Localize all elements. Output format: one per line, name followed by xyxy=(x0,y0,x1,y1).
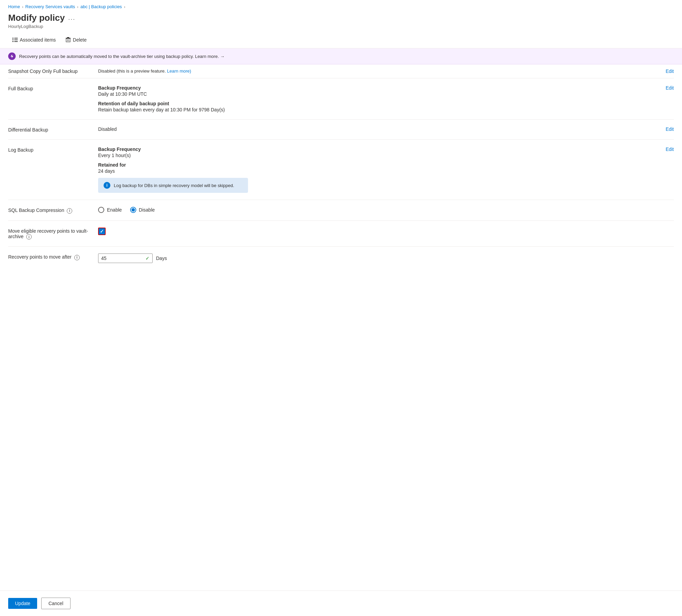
differential-backup-row: Differential Backup Disabled Edit xyxy=(8,120,674,140)
snapshot-edit-cell: Edit xyxy=(653,68,674,74)
differential-value: Disabled xyxy=(98,126,645,132)
more-options-icon[interactable]: ... xyxy=(68,14,75,21)
breadcrumb-policies[interactable]: abc | Backup policies xyxy=(80,4,122,9)
snapshot-label: Snapshot Copy Only Full backup xyxy=(8,68,90,74)
lightning-icon xyxy=(10,54,14,59)
disable-radio-outer xyxy=(130,207,136,213)
info-banner: Recovery points can be automatically mov… xyxy=(0,48,682,64)
delete-button[interactable]: Delete xyxy=(61,35,91,45)
recovery-points-label: Recovery points to move after i xyxy=(8,253,90,260)
snapshot-edit-link[interactable]: Edit xyxy=(666,68,674,74)
log-retained-heading: Retained for xyxy=(98,162,645,168)
log-info-text: Log backup for DBs in simple recovery mo… xyxy=(114,183,234,188)
full-backup-row: Full Backup Backup Frequency Daily at 10… xyxy=(8,78,674,120)
page-title: Modify policy xyxy=(8,13,65,23)
toolbar: Associated items Delete xyxy=(0,32,682,48)
snapshot-learn-more[interactable]: Learn more) xyxy=(167,68,191,74)
cancel-button[interactable]: Cancel xyxy=(41,598,71,609)
full-backup-label: Full Backup xyxy=(8,85,90,91)
breadcrumb: Home › Recovery Services vaults › abc | … xyxy=(0,0,682,11)
delete-label: Delete xyxy=(73,37,87,43)
snapshot-row: Snapshot Copy Only Full backup Disabled … xyxy=(8,64,674,78)
sql-compression-label: SQL Backup Compression i xyxy=(8,207,90,214)
svg-rect-6 xyxy=(67,37,69,38)
dropdown-check-icon: ✓ xyxy=(145,256,150,261)
vault-archive-label: Move eligible recovery points to vault-a… xyxy=(8,228,90,240)
recovery-points-unit: Days xyxy=(156,256,167,261)
log-freq-value: Every 1 hour(s) xyxy=(98,153,645,158)
log-edit-cell: Edit xyxy=(653,147,674,152)
banner-text: Recovery points can be automatically mov… xyxy=(19,54,224,59)
recovery-points-row: Recovery points to move after i 45 ✓ Day… xyxy=(8,247,674,270)
svg-marker-11 xyxy=(11,54,13,58)
vault-archive-row: Move eligible recovery points to vault-a… xyxy=(8,221,674,247)
vault-archive-details: ✓ xyxy=(98,228,674,235)
associated-items-icon xyxy=(12,37,18,43)
vault-archive-info-icon[interactable]: i xyxy=(26,234,32,240)
delete-icon xyxy=(65,37,71,43)
sql-compression-info-icon[interactable]: i xyxy=(67,208,72,214)
vault-archive-checkbox[interactable]: ✓ xyxy=(98,228,106,235)
svg-rect-2 xyxy=(12,41,18,42)
log-freq-heading: Backup Frequency xyxy=(98,147,645,152)
log-retained-value: 24 days xyxy=(98,168,645,174)
svg-rect-3 xyxy=(14,38,14,38)
checkbox-check-icon: ✓ xyxy=(100,229,104,234)
enable-radio[interactable]: Enable xyxy=(98,207,122,213)
log-backup-details: Backup Frequency Every 1 hour(s) Retaine… xyxy=(98,147,645,193)
banner-icon xyxy=(8,52,16,60)
recovery-points-details: 45 ✓ Days xyxy=(98,253,674,263)
page-subtitle: HourlyLogBackup xyxy=(8,24,674,29)
full-backup-retention-value: Retain backup taken every day at 10:30 P… xyxy=(98,107,645,112)
page-header: Modify policy ... HourlyLogBackup xyxy=(0,11,682,32)
full-backup-freq-heading: Backup Frequency xyxy=(98,85,645,91)
recovery-points-dropdown[interactable]: 45 ✓ xyxy=(98,253,153,263)
svg-rect-8 xyxy=(66,38,70,42)
sql-compression-details: Enable Disable xyxy=(98,207,674,213)
disable-radio-label: Disable xyxy=(139,207,155,213)
enable-radio-label: Enable xyxy=(107,207,122,213)
full-backup-retention-heading: Retention of daily backup point xyxy=(98,101,645,106)
footer-bar: Update Cancel xyxy=(0,590,682,616)
sql-compression-row: SQL Backup Compression i Enable Disable xyxy=(8,200,674,221)
log-edit-link[interactable]: Edit xyxy=(666,147,674,152)
chevron-icon: › xyxy=(124,5,125,9)
chevron-icon: › xyxy=(22,5,24,9)
log-backup-row: Log Backup Backup Frequency Every 1 hour… xyxy=(8,140,674,200)
differential-details: Disabled xyxy=(98,126,645,132)
sql-compression-radio-group: Enable Disable xyxy=(98,207,674,213)
differential-edit-cell: Edit xyxy=(653,126,674,132)
differential-label: Differential Backup xyxy=(8,126,90,133)
full-backup-edit-link[interactable]: Edit xyxy=(666,85,674,91)
svg-rect-0 xyxy=(12,38,18,38)
breadcrumb-vaults[interactable]: Recovery Services vaults xyxy=(25,4,75,9)
chevron-icon: › xyxy=(77,5,78,9)
snapshot-value: Disabled (this is a preview feature. Lea… xyxy=(98,68,645,74)
svg-rect-5 xyxy=(14,41,14,42)
full-backup-details: Backup Frequency Daily at 10:30 PM UTC R… xyxy=(98,85,645,112)
vault-archive-checkbox-wrapper: ✓ xyxy=(98,228,674,235)
log-info-box: i Log backup for DBs in simple recovery … xyxy=(98,178,248,193)
associated-items-button[interactable]: Associated items xyxy=(8,35,60,45)
svg-rect-1 xyxy=(12,40,18,40)
info-circle-icon: i xyxy=(104,182,110,189)
full-backup-freq-value: Daily at 10:30 PM UTC xyxy=(98,91,645,97)
associated-items-label: Associated items xyxy=(20,37,56,43)
breadcrumb-home[interactable]: Home xyxy=(8,4,20,9)
recovery-points-value: 45 xyxy=(101,256,143,261)
recovery-points-info-icon[interactable]: i xyxy=(74,255,80,260)
update-button[interactable]: Update xyxy=(8,598,37,609)
recovery-points-dropdown-row: 45 ✓ Days xyxy=(98,253,674,263)
differential-edit-link[interactable]: Edit xyxy=(666,126,674,132)
full-backup-edit-cell: Edit xyxy=(653,85,674,91)
enable-radio-outer xyxy=(98,207,104,213)
main-content: Snapshot Copy Only Full backup Disabled … xyxy=(0,64,682,304)
disable-radio-inner xyxy=(131,208,135,212)
disable-radio[interactable]: Disable xyxy=(130,207,155,213)
svg-rect-4 xyxy=(14,40,14,40)
log-backup-label: Log Backup xyxy=(8,147,90,153)
